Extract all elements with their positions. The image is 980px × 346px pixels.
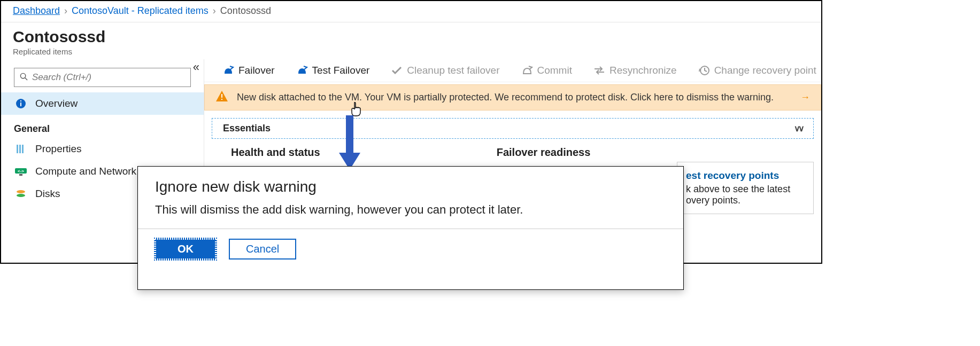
health-status-heading: Health and status [231, 146, 320, 159]
commit-icon [521, 65, 533, 76]
svg-rect-15 [221, 99, 222, 100]
search-box[interactable] [14, 68, 191, 87]
sidebar-item-label: Properties [35, 143, 82, 155]
card-body-line: k above to see the latest [686, 184, 805, 195]
page-header: Contosossd Replicated items [1, 22, 821, 59]
disks-icon [14, 188, 28, 200]
dialog-buttons: OK Cancel [155, 239, 666, 260]
properties-icon [14, 143, 28, 155]
essentials-label: Essentials [223, 123, 271, 134]
failover-button[interactable]: Failover [222, 65, 275, 76]
sidebar-item-overview[interactable]: Overview [1, 92, 204, 115]
warning-banner[interactable]: New disk attached to the VM. Your VM is … [204, 84, 821, 111]
history-icon [698, 65, 710, 76]
checkmark-icon [391, 65, 403, 76]
svg-point-11 [17, 190, 25, 193]
svg-rect-10 [19, 174, 22, 176]
chevron-down-double-icon: ∨∨ [794, 123, 802, 133]
breadcrumb-dashboard[interactable]: Dashboard [13, 5, 60, 17]
warning-icon [215, 90, 228, 105]
warning-text: New disk attached to the VM. Your VM is … [237, 92, 792, 103]
arrow-right-icon: → [800, 92, 810, 103]
breadcrumb-current: Contosossd [220, 5, 271, 17]
svg-text:<->: <-> [18, 169, 24, 174]
content-sections: Health and status Failover readiness [204, 139, 821, 159]
compute-network-icon: <-> [14, 166, 28, 177]
failover-icon [222, 65, 234, 76]
card-title: est recovery points [686, 170, 805, 182]
chevron-right-icon: › [213, 5, 216, 17]
breadcrumb: Dashboard › ContosoVault - Replicated it… [1, 1, 821, 22]
dialog-separator [138, 229, 683, 229]
resync-icon [593, 65, 605, 76]
svg-rect-14 [221, 94, 222, 98]
page-subtitle: Replicated items [13, 47, 809, 56]
change-recovery-point-button[interactable]: Change recovery point [698, 65, 816, 76]
test-failover-button[interactable]: Test Failover [296, 65, 370, 76]
tool-label: Test Failover [312, 65, 370, 76]
svg-rect-6 [19, 145, 21, 153]
page-title: Contosossd [13, 28, 809, 46]
tool-label: Resynchronize [609, 65, 677, 76]
tool-label: Cleanup test failover [407, 65, 499, 76]
card-body-line: overy points. [686, 195, 805, 206]
svg-rect-3 [20, 103, 21, 106]
cleanup-test-failover-button[interactable]: Cleanup test failover [391, 65, 499, 76]
resynchronize-button[interactable]: Resynchronize [593, 65, 677, 76]
svg-point-0 [20, 73, 25, 78]
svg-rect-5 [17, 145, 18, 153]
cancel-button[interactable]: Cancel [229, 239, 296, 260]
sidebar-item-label: Compute and Network [35, 166, 136, 177]
essentials-expander[interactable]: Essentials ∨∨ [212, 118, 814, 139]
test-failover-icon [296, 65, 308, 76]
sidebar-section-general: General [1, 115, 204, 138]
commit-button[interactable]: Commit [521, 65, 572, 76]
sidebar-item-properties[interactable]: Properties [1, 138, 204, 160]
svg-line-1 [25, 78, 27, 80]
latest-recovery-points-card[interactable]: est recovery points k above to see the l… [677, 162, 814, 214]
svg-point-12 [17, 194, 25, 197]
dialog-body: This will dismiss the add disk warning, … [155, 203, 666, 217]
ignore-disk-warning-dialog: Ignore new disk warning This will dismis… [137, 166, 684, 290]
chevron-right-icon: › [64, 5, 67, 17]
tool-label: Change recovery point [714, 65, 816, 76]
dialog-title: Ignore new disk warning [155, 178, 666, 195]
sidebar-item-label: Overview [35, 98, 78, 109]
svg-rect-7 [22, 145, 24, 153]
tool-label: Failover [238, 65, 275, 76]
breadcrumb-vault[interactable]: ContosoVault - Replicated items [72, 5, 209, 17]
ok-button[interactable]: OK [155, 239, 216, 260]
svg-rect-4 [20, 100, 21, 101]
sidebar-collapse-button[interactable]: « [193, 60, 199, 74]
failover-readiness-heading: Failover readiness [497, 146, 591, 159]
info-icon [14, 98, 28, 109]
search-input[interactable] [32, 72, 185, 83]
sidebar-item-label: Disks [35, 188, 60, 200]
toolbar: Failover Test Failover Cleanup test fail… [204, 59, 821, 82]
search-icon [20, 73, 28, 82]
tool-label: Commit [537, 65, 572, 76]
